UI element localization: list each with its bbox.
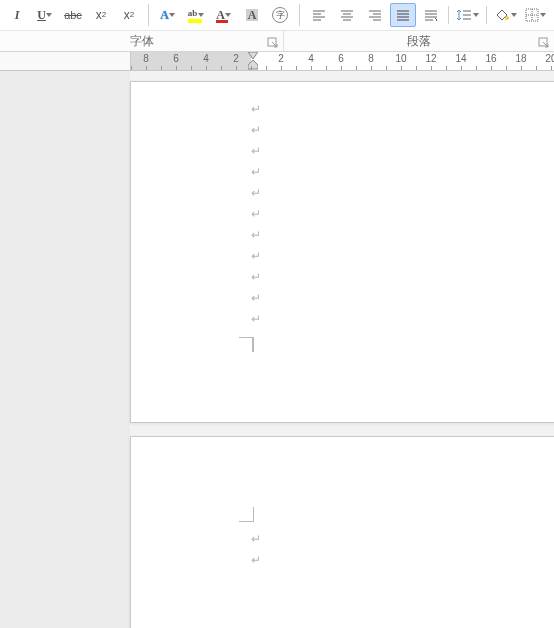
separator [448,6,449,24]
ruler-tick [281,66,282,70]
group-label-row: 字体 段落 [0,31,554,52]
shading-button[interactable] [491,3,520,27]
paragraph-dialog-launcher[interactable] [538,37,550,49]
paragraph-mark: ↵ [251,144,261,158]
font-group-text: 字体 [130,33,154,50]
font-group-label: 字体 [0,31,284,51]
ruler-tick [326,66,327,70]
ruler-tick [446,66,447,70]
ruler-number: 6 [338,53,344,64]
ruler-tick [476,66,477,70]
ruler-tick [191,66,192,70]
chevron-down-icon [539,13,546,17]
ruler-tick [356,66,357,70]
text-effects-button[interactable]: A [155,3,181,27]
paragraph-mark: ↵ [251,532,261,546]
ruler-tick [131,66,132,70]
align-center-button[interactable] [334,3,360,27]
ruler-tick [266,66,267,70]
ruler-number: 8 [143,53,149,64]
ruler-tick [251,66,252,70]
ruler-number: 4 [203,53,209,64]
ruler-number: 8 [368,53,374,64]
subscript-button[interactable]: x2 [88,3,114,27]
ruler-number: 2 [278,53,284,64]
align-justify-button[interactable] [390,3,416,27]
ruler-number: 16 [485,53,496,64]
align-right-button[interactable] [362,3,388,27]
ruler-tick [401,66,402,70]
align-left-button[interactable] [306,3,332,27]
ruler-tick [206,66,207,70]
ruler-number: 2 [233,53,239,64]
hanging-indent-marker[interactable] [248,60,258,70]
ruler-tick [416,66,417,70]
svg-point-23 [505,16,509,20]
chevron-down-icon [46,13,53,17]
underline-button[interactable]: U [32,3,58,27]
horizontal-ruler[interactable]: 8642246810121416182022 [130,52,554,70]
page-1[interactable]: ↵↵↵↵↵↵↵↵↵↵↵ [130,81,554,423]
borders-button[interactable] [522,3,549,27]
ruler-tick [236,66,237,70]
line-spacing-icon [456,8,472,22]
paragraph-group [302,0,553,30]
ruler-number: 14 [455,53,466,64]
ruler-row: 8642246810121416182022 [0,52,554,71]
ruler-tick [341,66,342,70]
chevron-down-icon [197,13,204,17]
font-color-button[interactable]: A [211,3,237,27]
italic-button[interactable]: I [4,3,30,27]
chevron-down-icon [225,13,232,17]
paragraph-mark: ↵ [251,102,261,116]
strikethrough-button[interactable]: abc [60,3,86,27]
ruler-number: 10 [395,53,406,64]
paragraph-mark: ↵ [251,123,261,137]
ruler-tick [296,66,297,70]
paragraph-mark: ↵ [251,207,261,221]
ruler-tick [311,66,312,70]
ruler-tick [551,66,552,70]
ruler-number: 18 [515,53,526,64]
ruler-tick [506,66,507,70]
ruler-tick [221,66,222,70]
document-workspace[interactable]: ↵↵↵↵↵↵↵↵↵↵↵ ↵↵ [0,71,554,628]
font-dialog-launcher[interactable] [267,37,279,49]
ribbon-toolbar: I U abc x2 x2 A ab A [0,0,554,31]
align-center-icon [340,9,354,21]
superscript-button[interactable]: x2 [116,3,142,27]
separator [299,4,300,26]
paragraph-group-label: 段落 [284,31,554,51]
chevron-down-icon [169,13,176,17]
ruler-tick [536,66,537,70]
ruler-tick [386,66,387,70]
paint-bucket-icon [494,8,510,22]
ruler-tick [491,66,492,70]
highlight-button[interactable]: ab [183,3,209,27]
font-color-group: A ab A A 字 [151,0,297,30]
align-justify-icon [396,9,410,21]
launcher-icon [267,37,279,49]
align-distributed-icon [424,9,438,21]
line-spacing-button[interactable] [453,3,482,27]
font-group: I U abc x2 x2 [0,0,146,30]
align-distributed-button[interactable] [418,3,444,27]
paragraph-mark: ↵ [251,228,261,242]
ruler-tick [146,66,147,70]
paragraph-mark: ↵ [251,165,261,179]
ruler-tick [521,66,522,70]
paragraph-mark: ↵ [251,291,261,305]
paragraph-mark: ↵ [251,312,261,326]
page-2[interactable]: ↵↵ [130,436,554,628]
paragraph-mark: ↵ [251,186,261,200]
first-line-indent-marker[interactable] [248,52,258,60]
paragraph-group-text: 段落 [407,33,431,50]
chevron-down-icon [472,13,479,17]
ruler-tick [461,66,462,70]
char-shading-button[interactable]: A [239,3,265,27]
enclose-char-button[interactable]: 字 [267,3,293,27]
launcher-icon [538,37,550,49]
ruler-number: 6 [173,53,179,64]
paragraph-mark: ↵ [251,553,261,567]
align-right-icon [368,9,382,21]
